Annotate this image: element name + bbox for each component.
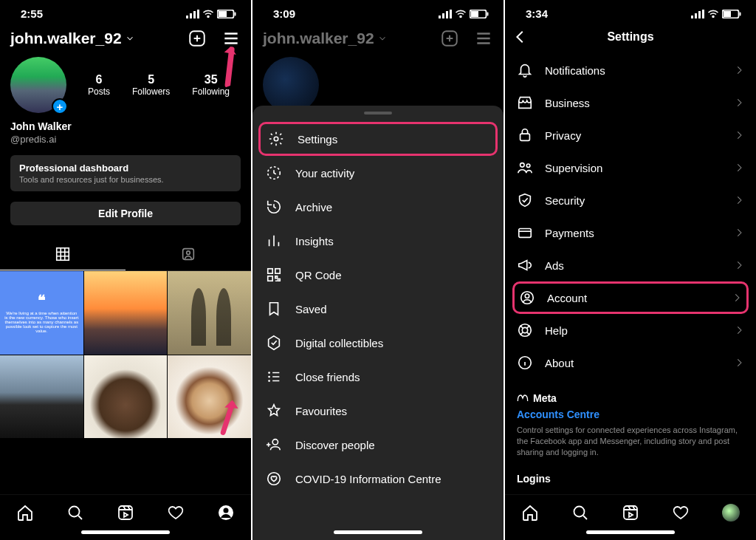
hamburger-menu-icon[interactable] — [221, 29, 241, 48]
home-indicator[interactable] — [334, 530, 422, 534]
settings-label: Supervision — [545, 162, 602, 174]
edit-profile-button[interactable]: Edit Profile — [10, 202, 241, 225]
info-icon — [517, 355, 533, 371]
settings-item-ads[interactable]: Ads — [505, 249, 756, 281]
bookmark-icon — [266, 301, 282, 317]
settings-item-notifications[interactable]: Notifications — [505, 54, 756, 86]
profile-icon[interactable] — [217, 504, 235, 522]
menu-item-insights[interactable]: Insights — [252, 224, 504, 258]
settings-label: About — [545, 357, 574, 369]
svg-rect-1 — [190, 13, 192, 18]
phone-screen-settings: 3:34 Settings Notifications Business Pri… — [505, 0, 756, 540]
meta-icon — [517, 394, 529, 403]
menu-item-close-friends[interactable]: Close friends — [252, 360, 504, 394]
stat-followers[interactable]: 5Followers — [132, 73, 170, 97]
post-thumbnail[interactable] — [168, 271, 251, 355]
settings-item-privacy[interactable]: Privacy — [505, 119, 756, 151]
settings-label: Security — [545, 194, 585, 207]
menu-item-activity[interactable]: Your activity — [252, 156, 504, 190]
svg-point-31 — [272, 440, 278, 445]
svg-rect-27 — [268, 276, 272, 281]
hexagon-check-icon — [266, 335, 282, 351]
signal-icon — [439, 10, 452, 18]
settings-label: Privacy — [545, 129, 581, 142]
menu-item-favourites[interactable]: Favourites — [252, 394, 504, 428]
menu-item-discover[interactable]: Discover people — [252, 428, 504, 462]
post-thumbnail[interactable] — [84, 355, 168, 439]
chevron-right-icon — [734, 358, 744, 368]
home-icon[interactable] — [16, 504, 34, 522]
stat-posts[interactable]: 6Posts — [88, 73, 110, 97]
menu-item-archive[interactable]: Archive — [252, 190, 504, 224]
svg-rect-50 — [624, 506, 637, 519]
username-dropdown[interactable]: john.walker_92 — [10, 30, 135, 47]
heart-circle-icon — [266, 471, 282, 487]
settings-item-about[interactable]: About — [505, 346, 756, 379]
post-thumbnail[interactable] — [0, 355, 83, 439]
bell-icon — [517, 62, 533, 78]
stat-following[interactable]: 35Following — [192, 73, 230, 97]
heart-icon[interactable] — [672, 504, 690, 522]
menu-item-covid[interactable]: COVID-19 Information Centre — [252, 462, 504, 496]
menu-label: Close friends — [295, 371, 360, 383]
svg-point-29 — [268, 376, 270, 378]
home-indicator[interactable] — [586, 530, 675, 534]
settings-item-payments[interactable]: Payments — [505, 216, 756, 249]
settings-item-business[interactable]: Business — [505, 86, 756, 119]
professional-dashboard-card[interactable]: Professional dashboard Tools and resourc… — [10, 155, 241, 191]
menu-item-collectibles[interactable]: Digital collectibles — [252, 326, 504, 360]
home-indicator[interactable] — [81, 530, 170, 534]
svg-rect-36 — [702, 10, 704, 18]
phone-screen-profile: 2:55 john.walker_92 + 6Posts 5Followers … — [0, 0, 251, 540]
settings-list: Notifications Business Privacy Supervisi… — [505, 51, 756, 382]
tab-grid[interactable] — [0, 239, 126, 270]
settings-item-account[interactable]: Account — [512, 281, 749, 314]
search-icon[interactable] — [571, 504, 589, 522]
grid-icon — [55, 246, 71, 262]
reels-icon[interactable] — [117, 504, 134, 522]
settings-item-supervision[interactable]: Supervision — [505, 151, 756, 184]
home-icon[interactable] — [521, 504, 539, 522]
add-person-icon — [266, 437, 282, 453]
add-story-icon[interactable]: + — [52, 98, 68, 115]
search-icon[interactable] — [66, 504, 84, 522]
profile-avatar[interactable]: + — [10, 57, 66, 113]
logins-header: Logins — [505, 464, 756, 488]
menu-label: COVID-19 Information Centre — [295, 473, 441, 485]
profile-avatar-nav[interactable] — [722, 504, 740, 522]
menu-label: Settings — [298, 133, 337, 146]
heart-icon[interactable] — [167, 504, 185, 522]
post-thumbnail[interactable] — [84, 271, 168, 355]
menu-item-saved[interactable]: Saved — [252, 292, 504, 326]
username-dropdown: john.walker_92 — [263, 30, 388, 47]
reels-icon[interactable] — [622, 504, 639, 522]
menu-item-settings[interactable]: Settings — [258, 122, 498, 156]
svg-rect-35 — [698, 11, 701, 18]
svg-point-28 — [268, 372, 270, 374]
activity-icon — [266, 165, 282, 181]
chevron-right-icon — [732, 293, 742, 303]
page-title: Settings — [607, 30, 653, 44]
menu-label: Saved — [295, 303, 327, 315]
settings-item-security[interactable]: Security — [505, 184, 756, 216]
create-post-icon — [440, 29, 459, 48]
svg-point-14 — [224, 508, 229, 513]
sheet-handle[interactable] — [364, 112, 392, 115]
svg-rect-12 — [119, 506, 132, 519]
post-thumbnail[interactable]: ❝We're living at a time when attention i… — [0, 271, 83, 355]
post-thumbnail[interactable] — [168, 355, 251, 439]
svg-rect-21 — [487, 12, 489, 16]
shield-icon — [517, 192, 533, 208]
profile-stats-row: + 6Posts 5Followers 35Following — [0, 54, 251, 116]
accounts-centre-link[interactable]: Accounts Centre — [517, 409, 744, 420]
svg-rect-39 — [740, 12, 741, 16]
back-chevron-icon[interactable] — [512, 29, 529, 45]
profile-header: john.walker_92 — [0, 23, 251, 54]
chevron-down-icon — [125, 33, 135, 44]
tab-tagged[interactable] — [126, 239, 251, 270]
create-post-icon[interactable] — [188, 29, 207, 48]
svg-rect-20 — [471, 11, 478, 17]
menu-item-qr[interactable]: QR Code — [252, 258, 504, 292]
svg-rect-43 — [519, 229, 532, 238]
settings-item-help[interactable]: Help — [505, 314, 756, 346]
